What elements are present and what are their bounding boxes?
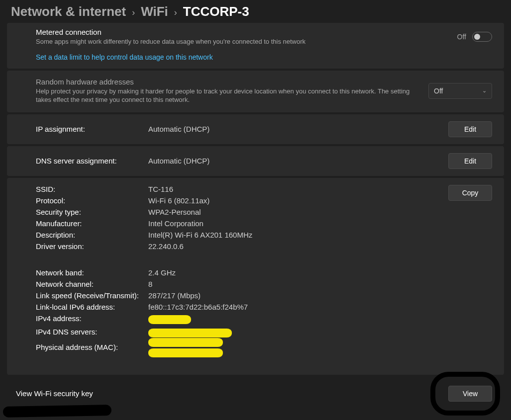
detail-value-ipv4-redacted [148,314,492,325]
detail-value-ipv6: fe80::17c3:7d22:b6a5:f24b%7 [148,303,492,311]
detail-value-driver: 22.240.0.6 [148,242,492,251]
network-details-panel: Copy SSID: TC-116 Protocol: Wi-Fi 6 (802… [7,178,504,375]
breadcrumb-wifi[interactable]: WiFi [141,4,168,19]
detail-label: Protocol: [36,196,148,205]
dns-assignment-edit-button[interactable]: Edit [448,153,492,169]
detail-value-channel: 8 [148,280,492,288]
redaction-highlight [148,338,223,347]
detail-value-mac-redacted [148,343,492,364]
security-key-label: View Wi-Fi security key [16,389,448,398]
detail-value-protocol: Wi-Fi 6 (802.11ax) [148,196,492,205]
data-limit-link[interactable]: Set a data limit to help control data us… [36,53,213,61]
detail-value-band: 2.4 GHz [148,268,492,277]
detail-label: SSID: [36,185,148,193]
chevron-right-icon: › [132,7,135,18]
random-hw-dropdown-value: Off [434,87,443,95]
dns-assignment-label: DNS server assignment: [36,157,148,165]
metered-desc: Some apps might work differently to redu… [36,37,414,46]
metered-toggle-label: Off [457,33,466,41]
redaction-highlight [148,315,191,324]
ip-assignment-edit-button[interactable]: Edit [448,121,492,137]
annotation-scribble [3,405,111,418]
detail-label: Network channel: [36,280,148,288]
random-hw-panel: Random hardware addresses Help protect y… [7,71,504,112]
detail-value-security: WPA2-Personal [148,208,492,216]
ip-assignment-label: IP assignment: [36,125,148,133]
chevron-right-icon: › [174,7,177,18]
detail-label: Network band: [36,268,148,277]
detail-label: IPv4 address: [36,314,148,325]
ip-assignment-value: Automatic (DHCP) [148,125,448,133]
ip-assignment-row: IP assignment: Automatic (DHCP) Edit [7,114,504,144]
copy-button[interactable]: Copy [448,185,492,201]
detail-label: Link speed (Receive/Transmit): [36,291,148,300]
metered-connection-panel: Metered connection Some apps might work … [7,23,504,69]
breadcrumb-root[interactable]: Network & internet [11,4,126,19]
detail-label: Security type: [36,208,148,216]
redaction-highlight [148,329,232,337]
metered-title: Metered connection [36,28,457,36]
detail-label: Description: [36,231,148,239]
detail-value-manufacturer: Intel Corporation [148,219,492,228]
detail-label: Link-local IPv6 address: [36,303,148,311]
security-key-row: View Wi-Fi security key View [7,377,504,411]
dns-assignment-value: Automatic (DHCP) [148,157,448,165]
detail-label: Driver version: [36,242,148,251]
detail-value-linkspeed: 287/217 (Mbps) [148,291,492,300]
breadcrumb-current: TCCORP-3 [183,4,249,19]
redaction-highlight [148,348,223,357]
random-hw-title: Random hardware addresses [36,78,428,86]
view-security-key-button[interactable]: View [448,386,492,402]
detail-label: Manufacturer: [36,219,148,228]
dns-assignment-row: DNS server assignment: Automatic (DHCP) … [7,146,504,176]
chevron-down-icon: ⌄ [482,87,487,94]
metered-toggle[interactable] [472,32,492,42]
detail-value-ssid: TC-116 [148,185,492,193]
random-hw-desc: Help protect your privacy by making it h… [36,87,414,104]
random-hw-dropdown[interactable]: Off ⌄ [428,83,492,99]
detail-value-description: Intel(R) Wi-Fi 6 AX201 160MHz [148,231,492,239]
toggle-knob-icon [474,34,480,40]
breadcrumb: Network & internet › WiFi › TCCORP-3 [0,0,511,23]
detail-label: IPv4 DNS servers: [36,328,148,340]
detail-label: Physical address (MAC): [36,343,148,364]
